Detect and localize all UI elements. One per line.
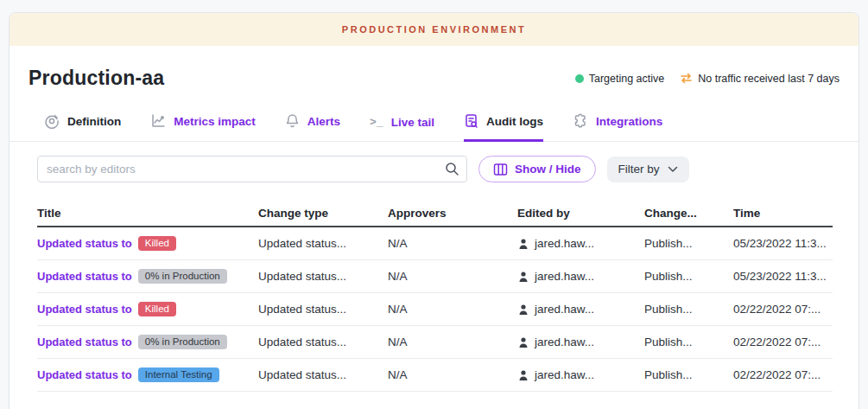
change-type-cell: Updated status... — [258, 270, 388, 283]
time-cell: 05/23/2022 11:3... — [733, 237, 833, 250]
change-cell: Publish... — [644, 237, 733, 250]
time-cell: 05/23/2022 11:3... — [733, 270, 833, 283]
search-input[interactable] — [37, 156, 467, 182]
edited-by-cell: jared.haw... — [517, 368, 644, 381]
column-header-approvers: Approvers — [388, 207, 517, 220]
approvers-cell: N/A — [388, 368, 517, 381]
change-type-cell: Updated status... — [258, 368, 388, 381]
tab-label: Definition — [67, 115, 121, 128]
column-header-time: Time — [733, 207, 833, 220]
page-header: Production-aa Targeting active No traffi… — [10, 46, 858, 105]
table-row[interactable]: Updated status to 0% in Production Updat… — [37, 260, 833, 293]
change-type-cell: Updated status... — [258, 237, 388, 250]
user-icon — [517, 238, 529, 250]
approvers-cell: N/A — [388, 336, 517, 348]
green-dot-icon — [575, 74, 584, 83]
change-cell: Publish... — [644, 270, 733, 283]
edited-by-name: jared.haw... — [535, 368, 594, 381]
row-title-link[interactable]: Updated status to — [37, 336, 132, 348]
tab-definition[interactable]: Definition — [44, 113, 121, 142]
tab-label: Live tail — [391, 116, 434, 129]
approvers-cell: N/A — [388, 237, 517, 250]
show-hide-button[interactable]: Show / Hide — [478, 156, 596, 182]
table-header-row: Title Change type Approvers Edited by Ch… — [37, 200, 833, 227]
metrics-chart-icon — [150, 113, 166, 129]
traffic-status: No traffic received last 7 days — [680, 73, 839, 85]
column-header-change-type: Change type — [258, 207, 388, 220]
row-title-link[interactable]: Updated status to — [37, 368, 132, 381]
chevron-down-icon — [668, 166, 678, 173]
user-icon — [517, 304, 529, 316]
tab-label: Audit logs — [486, 115, 543, 128]
status-badge: Killed — [138, 236, 176, 252]
status-badge: 0% in Production — [138, 269, 227, 284]
columns-icon — [493, 163, 508, 176]
user-icon — [517, 369, 529, 381]
change-cell: Publish... — [644, 303, 733, 316]
approvers-cell: N/A — [388, 303, 517, 316]
definition-target-icon — [44, 113, 60, 129]
edited-by-name: jared.haw... — [535, 237, 594, 250]
edited-by-cell: jared.haw... — [517, 303, 644, 316]
time-cell: 02/22/2022 07:... — [733, 368, 833, 381]
edited-by-cell: jared.haw... — [517, 237, 644, 250]
change-cell: Publish... — [644, 368, 733, 381]
status-badge: Killed — [138, 302, 176, 317]
tab-metrics-impact[interactable]: Metrics impact — [150, 113, 256, 142]
status-badge: Internal Testing — [138, 367, 219, 383]
column-header-title: Title — [37, 207, 258, 220]
environment-card: PRODUCTION ENVIRONMENT Production-aa Tar… — [9, 12, 859, 409]
status-badge: 0% in Production — [138, 335, 227, 350]
tab-label: Integrations — [596, 115, 662, 128]
show-hide-label: Show / Hide — [515, 163, 581, 176]
row-title-link[interactable]: Updated status to — [37, 303, 132, 316]
status-group: Targeting active No traffic received las… — [575, 73, 839, 85]
tab-integrations[interactable]: Integrations — [573, 113, 662, 142]
column-header-edited-by: Edited by — [517, 207, 644, 220]
toolbar: Show / Hide Filter by — [10, 142, 858, 195]
time-cell: 02/22/2022 07:... — [733, 303, 833, 316]
table-row[interactable]: Updated status to Killed Updated status.… — [37, 227, 833, 260]
filter-by-button[interactable]: Filter by — [607, 157, 689, 182]
search-field-wrap — [37, 156, 467, 182]
terminal-icon: >_ — [370, 116, 383, 129]
change-type-cell: Updated status... — [258, 336, 388, 348]
column-header-change: Change... — [644, 207, 733, 220]
tab-bar: Definition Metrics impact Alerts — [10, 105, 858, 142]
user-icon — [517, 336, 529, 348]
edited-by-name: jared.haw... — [535, 303, 594, 316]
edited-by-cell: jared.haw... — [517, 270, 644, 283]
time-cell: 02/22/2022 07:... — [733, 336, 833, 348]
tab-alerts[interactable]: Alerts — [285, 113, 340, 142]
traffic-swap-icon — [680, 73, 693, 84]
search-icon — [445, 162, 459, 180]
change-cell: Publish... — [644, 336, 733, 348]
banner-label: PRODUCTION ENVIRONMENT — [342, 24, 526, 35]
targeting-status: Targeting active — [575, 73, 665, 85]
production-environment-banner: PRODUCTION ENVIRONMENT — [10, 13, 858, 46]
filter-by-label: Filter by — [618, 163, 660, 176]
puzzle-icon — [573, 113, 588, 129]
tab-label: Alerts — [307, 115, 340, 128]
traffic-status-label: No traffic received last 7 days — [698, 73, 839, 85]
table-row[interactable]: Updated status to 0% in Production Updat… — [37, 326, 833, 359]
row-title-link[interactable]: Updated status to — [37, 270, 132, 283]
edited-by-name: jared.haw... — [535, 270, 594, 283]
tab-audit-logs[interactable]: Audit logs — [464, 113, 543, 142]
targeting-status-label: Targeting active — [589, 73, 665, 85]
user-icon — [517, 271, 529, 283]
approvers-cell: N/A — [388, 270, 517, 283]
tab-label: Metrics impact — [174, 115, 256, 128]
table-row[interactable]: Updated status to Killed Updated status.… — [37, 293, 833, 326]
edited-by-cell: jared.haw... — [517, 336, 644, 348]
row-title-link[interactable]: Updated status to — [37, 237, 132, 250]
edited-by-name: jared.haw... — [535, 336, 594, 348]
tab-live-tail[interactable]: >_ Live tail — [370, 116, 434, 142]
audit-log-table: Title Change type Approvers Edited by Ch… — [37, 200, 833, 392]
bell-icon — [285, 113, 300, 129]
audit-log-document-icon — [464, 113, 478, 129]
table-row[interactable]: Updated status to Internal Testing Updat… — [37, 359, 833, 392]
page-title: Production-aa — [29, 67, 164, 90]
change-type-cell: Updated status... — [258, 303, 388, 316]
